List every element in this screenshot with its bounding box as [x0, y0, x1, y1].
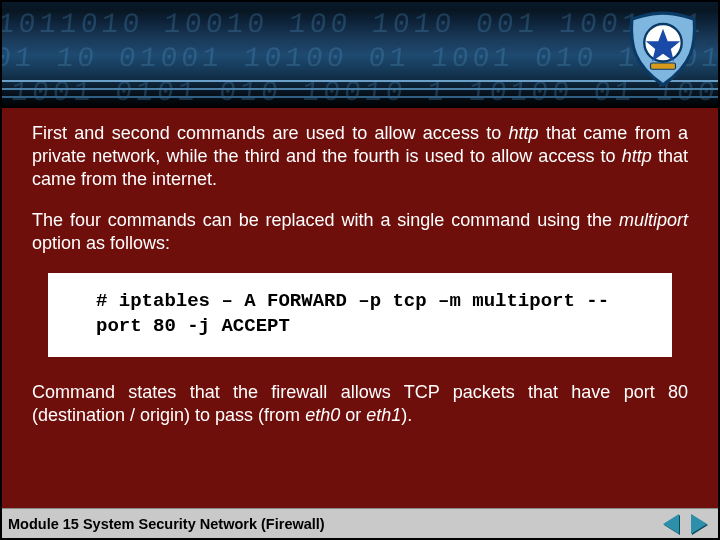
paragraph-3: Command states that the firewall allows … — [32, 381, 688, 427]
term-http: http — [622, 146, 652, 166]
term-eth1: eth1 — [366, 405, 401, 425]
prev-slide-button[interactable] — [660, 513, 682, 535]
code-text: # iptables – A FORWARD –p tcp –m multipo… — [96, 290, 609, 337]
slide-nav — [660, 513, 710, 535]
term-http: http — [509, 123, 539, 143]
paragraph-2: The four commands can be replaced with a… — [32, 209, 688, 255]
module-title: Module 15 System Security Network (Firew… — [8, 516, 660, 532]
text: option as follows: — [32, 233, 170, 253]
text: The four commands can be replaced with a… — [32, 210, 619, 230]
svg-rect-1 — [651, 63, 676, 69]
text: ). — [401, 405, 412, 425]
term-eth0: eth0 — [305, 405, 340, 425]
footer-bar: Module 15 System Security Network (Firew… — [2, 508, 718, 538]
header-accent-lines — [2, 74, 718, 108]
text: or — [340, 405, 366, 425]
term-multiport: multiport — [619, 210, 688, 230]
triangle-left-icon — [663, 514, 679, 534]
header-band — [2, 2, 718, 108]
paragraph-1: First and second commands are used to al… — [32, 122, 688, 191]
shield-icon — [624, 10, 702, 88]
text: First and second commands are used to al… — [32, 123, 509, 143]
triangle-right-icon — [691, 514, 707, 534]
tut-wuri-handayani-logo — [624, 10, 702, 88]
slide: First and second commands are used to al… — [0, 0, 720, 540]
slide-content: First and second commands are used to al… — [32, 122, 688, 445]
next-slide-button[interactable] — [688, 513, 710, 535]
code-block: # iptables – A FORWARD –p tcp –m multipo… — [48, 273, 672, 356]
